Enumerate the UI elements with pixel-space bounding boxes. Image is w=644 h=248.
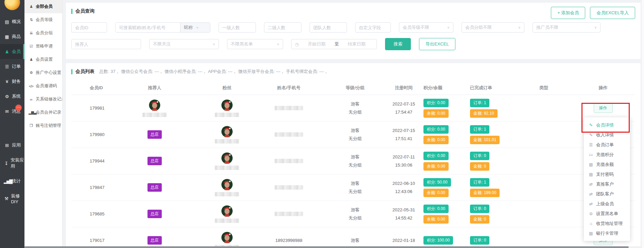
submenu-item-relation-chain-log[interactable]: ∞关系链修改记录	[24, 93, 62, 106]
horizontal-scrollbar-thumb[interactable]	[24, 246, 629, 248]
points-badge: 积分: 0.00	[423, 205, 449, 213]
submenu-item-member-merge-log[interactable]: ▂▆▃会员合并记录	[24, 106, 62, 119]
column-header-3: 姓名/手机号	[254, 85, 324, 91]
sidebar-item-system[interactable]: ⚙系统	[0, 89, 24, 104]
filter-select-blacklist-filter[interactable]: 不限黑名单∨	[227, 39, 283, 49]
filter-select-promoter[interactable]: 推广员不限∨	[533, 22, 601, 33]
submenu-item-account-cancel-manage[interactable]: ❐账号注销管理	[24, 119, 62, 132]
sidebar-item-decorate-diy[interactable]: ⚒装修DIY	[0, 189, 24, 209]
submenu-item-member-level[interactable]: ⇅会员等级	[24, 13, 62, 26]
member-settings-icon: ♟	[29, 57, 34, 62]
menu-item-shipping-address-manage[interactable]: ⌂收货地址管理	[584, 218, 630, 228]
menu-item-pay-password[interactable]: ▤支付密码	[584, 169, 630, 179]
vertical-scrollbar[interactable]	[641, 0, 644, 248]
sidebar: ▤概况▦商品♟会员☰订单¥财务⚙系统✉消息⋯⊞应用↧安装应用▂▅▇统计⚒装修DI…	[0, 0, 24, 248]
filter-level1-count	[219, 22, 256, 33]
table-header-row: 会员ID推荐人粉丝姓名/手机号等级/分组注册时间积分/余额已完成订单类型操作	[71, 81, 635, 95]
menu-item-member-orders[interactable]: ☰会员订单	[584, 140, 630, 150]
team-count-input[interactable]	[313, 25, 343, 30]
statistics-icon: ▂▅▇	[4, 179, 10, 184]
points-balance-badges: 积分: 100.00	[423, 236, 453, 245]
menu-item-recharge-points[interactable]: ▭充值积分	[584, 150, 630, 159]
member-orders-icon: ☰	[588, 142, 594, 147]
menu-item-income-detail[interactable]: ✎收入详情	[584, 130, 630, 140]
sidebar-item-orders[interactable]: ☰订单	[0, 59, 24, 74]
pay-password-icon: ▤	[588, 172, 594, 177]
filter-level2-count	[264, 22, 301, 33]
submenu-item-member-settings[interactable]: ♟会员设置	[24, 53, 62, 66]
sidebar-item-statistics[interactable]: ▂▅▇统计	[0, 174, 24, 189]
export-excel-button[interactable]: 导出EXCEL	[419, 38, 455, 50]
cell-points-balance: 积分: 50.00余额: 0.00	[421, 178, 467, 197]
filter-register-date-range[interactable]: ◷开始日期至结束日期	[291, 39, 377, 49]
search-card-title-row: 会员查询	[71, 8, 635, 14]
sidebar-item-message[interactable]: ✉消息⋯	[0, 104, 24, 119]
recharge-balance-icon: ▤	[588, 162, 594, 167]
orders-badge: 订单: 1	[470, 99, 489, 107]
nickname-search-input[interactable]	[116, 23, 180, 32]
register-date: 2022-07-15	[393, 127, 415, 134]
balance-badge: 余额: 0.00	[423, 162, 449, 171]
member-excel-import-button[interactable]: 会员EXCEL导入	[590, 7, 635, 19]
menu-item-label: 团队客户	[596, 191, 614, 197]
menu-item-bank-card-manage[interactable]: ▤银行卡管理	[584, 228, 630, 238]
sidebar-item-label: 商品	[12, 34, 21, 40]
submenu-item-member-group[interactable]: ⇊会员分组	[24, 26, 62, 40]
filter-select-member-group[interactable]: 会员分组不限∨	[462, 22, 524, 33]
bank-card-manage-icon: ▤	[588, 231, 594, 236]
cell-points-balance: 积分: 0.00余额: 0.00	[421, 99, 467, 118]
level2-count-input[interactable]	[268, 25, 298, 30]
sidebar-item-apps[interactable]: ⊞应用	[0, 138, 24, 153]
nickname-search-field-select[interactable]: 昵称∨	[180, 23, 210, 32]
menu-item-upline-member[interactable]: ⇄上级会员	[584, 199, 630, 209]
submenu-item-member-invite-code[interactable]: </>会员邀请码	[24, 79, 62, 93]
orders-icon: ☰	[4, 64, 10, 69]
row-action-button[interactable]: 操作	[594, 103, 613, 113]
menu-item-member-detail[interactable]: ✎会员详情	[584, 120, 630, 130]
menu-item-direct-push-customers[interactable]: ⇄直推客户	[584, 179, 630, 189]
add-member-button[interactable]: + 添加会员	[551, 7, 585, 19]
level1-count-input[interactable]	[222, 25, 252, 30]
selected-option: 昵称	[184, 24, 193, 31]
menu-item-team-customers[interactable]: ⇄团队客户	[584, 189, 630, 199]
cell-referrer: 总店	[109, 210, 201, 218]
sidebar-item-member[interactable]: ♟会员	[0, 44, 24, 59]
sidebar-item-install-app[interactable]: ↧安装应用	[0, 153, 24, 174]
submenu-item-promotion-center-settings[interactable]: ⚙推广中心设置	[24, 66, 62, 79]
member-level-text: 游客	[351, 100, 360, 108]
qualification-apply-icon: ☑	[29, 44, 34, 49]
menu-item-label: 上级会员	[596, 201, 614, 207]
submenu-item-qualification-apply[interactable]: ☑资格申请	[24, 40, 62, 53]
member-id-input[interactable]	[75, 25, 103, 30]
finance-icon: ¥	[4, 79, 10, 84]
filter-select-follow-filter[interactable]: 不限关注∨	[149, 39, 219, 49]
cell-completed-orders: 订单: 1金额: 101.01	[467, 125, 517, 144]
orders-badge: 订单: 0	[470, 205, 489, 213]
sidebar-item-label: 应用	[12, 142, 21, 148]
custom-field-input[interactable]	[359, 25, 387, 30]
table-row: 179685总店游客无分组2022-05-3114:55:42积分: 0.00余…	[71, 201, 635, 227]
sidebar-item-label: 会员	[12, 49, 21, 55]
filter-select-member-level[interactable]: 会员等级不限∨	[399, 22, 453, 33]
menu-item-set-blacklist[interactable]: ⊖设置黑名单	[584, 209, 630, 218]
balance-badge: 余额: 0.00	[423, 189, 449, 197]
sidebar-item-overview[interactable]: ▤概况	[0, 14, 24, 29]
cell-name-phone	[254, 159, 324, 163]
menu-item-recharge-balance[interactable]: ▤充值余额	[584, 159, 630, 169]
horizontal-scrollbar[interactable]	[24, 246, 641, 248]
sidebar-item-goods[interactable]: ▦商品	[0, 29, 24, 44]
upline-member-icon: ⇄	[588, 202, 594, 206]
promotion-center-settings-icon: ⚙	[29, 71, 34, 75]
search-button[interactable]: 搜索	[385, 38, 411, 50]
referrer-input[interactable]	[75, 42, 137, 47]
user-avatar	[221, 152, 233, 164]
sidebar-item-finance[interactable]: ¥财务	[0, 74, 24, 89]
decorate-diy-icon: ⚒	[4, 196, 8, 201]
submenu-item-label: 推广中心设置	[36, 70, 61, 76]
cell-member-id: 179685	[71, 211, 109, 216]
blurred-name	[275, 212, 303, 216]
selected-option: 推广员不限	[536, 24, 558, 31]
cell-name-phone	[254, 106, 324, 110]
submenu-item-all-members[interactable]: ♟全部会员	[24, 0, 62, 13]
chevron-down-icon: ∨	[594, 26, 597, 29]
